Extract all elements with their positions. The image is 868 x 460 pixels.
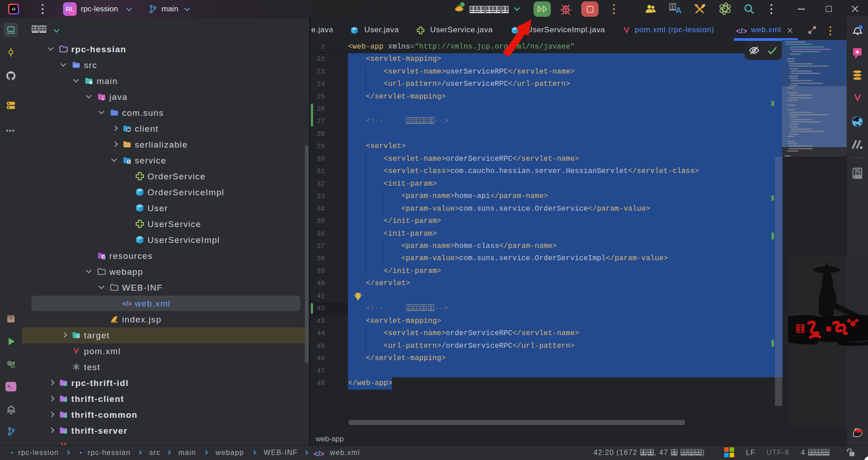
svg-text:A: A bbox=[857, 171, 859, 176]
